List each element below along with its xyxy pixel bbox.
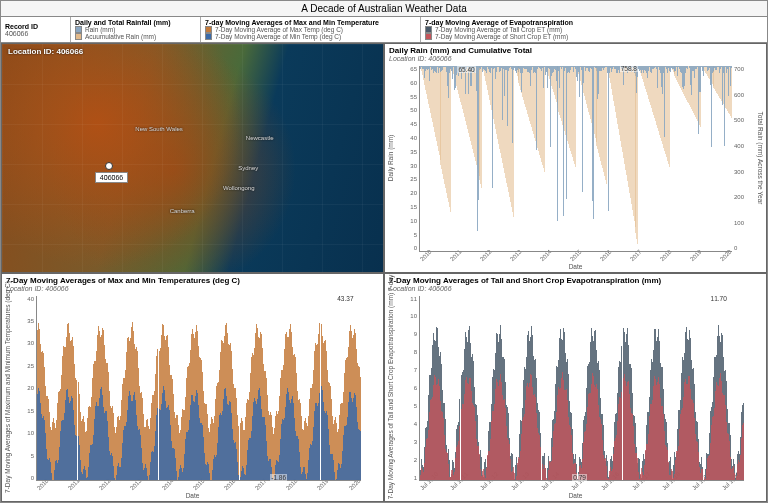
dashboard-title: A Decade of Australian Weather Data (1, 1, 767, 17)
temp-xlabel: Date (186, 492, 200, 499)
dashboard: A Decade of Australian Weather Data Reco… (0, 0, 768, 503)
panel-temp-sub: Location ID: 406066 (2, 285, 383, 294)
panel-rain[interactable]: Daily Rain (mm) and Cumulative Total Loc… (384, 43, 767, 273)
swatch-icon (425, 26, 432, 33)
legend-et: 7-day Moving Average of Evapotranspirati… (421, 17, 767, 42)
map-label-newcastle: Newcastle (246, 135, 274, 141)
temp-annot-min: -1.86 (270, 474, 287, 481)
legend-rain-item-0: Rain (mm) (75, 26, 196, 33)
pin-icon (105, 162, 113, 170)
legend-rain-item-1: Acuumulative Rain (mm) (75, 33, 196, 40)
rain-plot[interactable]: 65.40 758.8 (419, 66, 732, 252)
et-plot[interactable]: 11.70 0.79 (419, 296, 744, 482)
et-yticks: 1234567891011 (389, 296, 417, 482)
legend-et-item-1: 7-Day Moving Average of Short Crop ET (m… (425, 33, 763, 40)
legend-temp-title: 7-day Moving Averages of Max and Min Tem… (205, 19, 416, 26)
swatch-icon (425, 33, 432, 40)
swatch-icon (75, 33, 82, 40)
legend-record-title: Record ID (5, 23, 66, 30)
rain-xlabel: Date (569, 263, 583, 270)
legend-row: Record ID 406066 Daily and Total Rainfal… (1, 17, 767, 43)
map-label-canberra: Canberra (170, 208, 195, 214)
temp-plot[interactable]: 43.37 -1.86 (36, 296, 361, 482)
map-grid-overlay (2, 44, 383, 272)
temp-xticks: 2010201120122013201420152016201720182019… (36, 487, 361, 493)
rain-annot-max-daily: 65.40 (457, 66, 475, 73)
panel-et[interactable]: 7-Day Moving Averages of Tall and Short … (384, 273, 767, 503)
map-label-sydney: Sydney (238, 165, 258, 171)
temp-annot-max: 43.37 (336, 295, 354, 302)
swatch-icon (75, 26, 82, 33)
map-label-nsw: New South Wales (135, 126, 182, 132)
swatch-icon (205, 33, 212, 40)
content-grid: Location ID: 406066 New South Wales Sydn… (1, 43, 767, 502)
et-series (420, 296, 744, 481)
rain-series (420, 66, 732, 251)
rain-yticks-right: 0100200300400500600700 (734, 66, 762, 252)
panel-map[interactable]: Location ID: 406066 New South Wales Sydn… (1, 43, 384, 273)
temp-yticks: 0510152025303540 (6, 296, 34, 482)
panel-temp-title: 7-Day Moving Averages of Max and Min Tem… (2, 274, 383, 285)
legend-temp-item-1: 7-Day Moving Average of Min Temp (deg C) (205, 33, 416, 40)
legend-et-title: 7-day Moving Average of Evapotranspirati… (425, 19, 763, 26)
legend-rain: Daily and Total Rainfall (mm) Rain (mm) … (71, 17, 201, 42)
et-annot-max: 11.70 (710, 295, 728, 302)
panel-rain-sub: Location ID: 406066 (385, 55, 766, 64)
legend-et-item-0: 7-Day Moving Average of Tall Crop ET (mm… (425, 26, 763, 33)
map-marker-label: 406066 (95, 172, 128, 183)
legend-temp-item-0: 7-Day Moving Average of Max Temp (deg C) (205, 26, 416, 33)
map-marker[interactable]: 406066 (105, 162, 113, 170)
panel-temp[interactable]: 7-Day Moving Averages of Max and Min Tem… (1, 273, 384, 503)
et-xlabel: Date (569, 492, 583, 499)
et-xticks: Jul 1, 10Jul 1, 11Jul 1, 12Jul 1, 13Jul … (419, 487, 744, 493)
map-canvas[interactable]: Location ID: 406066 New South Wales Sydn… (2, 44, 383, 272)
legend-record: Record ID 406066 (1, 17, 71, 42)
rain-xticks: 2010201120122013201420152016201720182019… (419, 258, 732, 264)
map-title: Location ID: 406066 (8, 47, 83, 56)
legend-record-value: 406066 (5, 30, 66, 37)
swatch-icon (205, 26, 212, 33)
panel-et-sub: Location ID: 406066 (385, 285, 766, 294)
rain-yticks-left: 05101520253035404550556065 (389, 66, 417, 252)
panel-rain-title: Daily Rain (mm) and Cumulative Total (385, 44, 766, 55)
map-label-wollongong: Wollongong (223, 185, 255, 191)
panel-et-title: 7-Day Moving Averages of Tall and Short … (385, 274, 766, 285)
legend-rain-title: Daily and Total Rainfall (mm) (75, 19, 196, 26)
et-annot-min: 0.79 (572, 474, 587, 481)
legend-temp: 7-day Moving Averages of Max and Min Tem… (201, 17, 421, 42)
temp-series (37, 296, 361, 481)
rain-annot-max-cum: 758.8 (620, 65, 638, 72)
